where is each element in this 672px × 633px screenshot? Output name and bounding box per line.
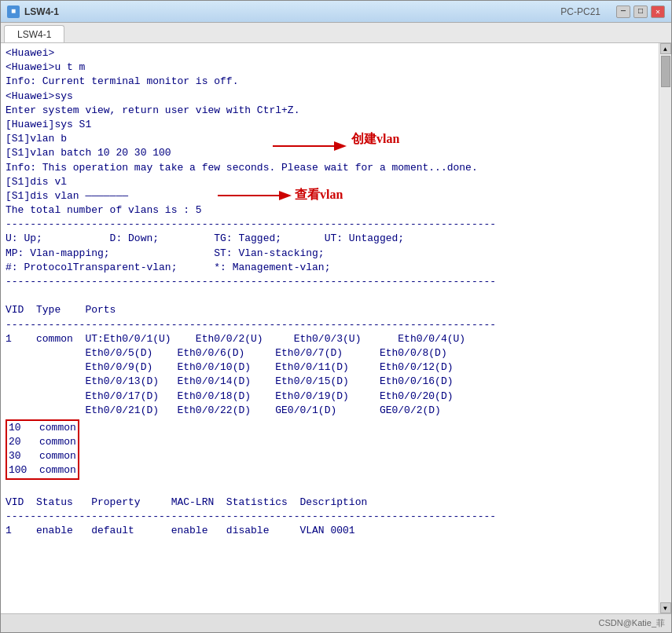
separator-line-2: ----------------------------------------… (6, 275, 654, 289)
terminal-line (6, 481, 654, 496)
vlan-100-line: 100 common (9, 463, 76, 477)
window-controls: ─ □ ✕ (616, 5, 665, 18)
separator-line-3: ----------------------------------------… (6, 318, 654, 332)
close-button[interactable]: ✕ (651, 5, 665, 18)
terminal-line: U: Up; D: Down; TG: Tagged; UT: Untagged… (6, 232, 654, 246)
terminal-line-dis-vlan: [S1]dis vlan ——————— (6, 189, 128, 203)
terminal-line-vlan-b: [S1]vlan b (6, 132, 67, 146)
terminal-line: #: ProtocolTransparent-vlan; *: Manageme… (6, 261, 654, 275)
terminal[interactable]: <Huawei> <Huawei>u t m Info: Current ter… (1, 43, 659, 613)
tab-lsw4-1[interactable]: LSW4-1 (4, 25, 64, 42)
scrollbar[interactable]: ▲ ▼ (659, 43, 671, 613)
dis-vlan-line-container: [S1]dis vlan ——————— 查看vlan (6, 189, 654, 203)
terminal-line-vlan-batch: [S1]vlan batch 10 20 30 100 (6, 146, 171, 160)
separator-line-1: ----------------------------------------… (6, 218, 654, 232)
terminal-line: Eth0/0/13(D) Eth0/0/14(D) Eth0/0/15(D) E… (6, 375, 654, 389)
terminal-line: VID Type Ports (6, 303, 654, 317)
terminal-line: Info: Current terminal monitor is off. (6, 75, 654, 89)
terminal-line: Enter system view, return user view with… (6, 104, 654, 118)
terminal-line-vid-header: VID Status Property MAC-LRN Statistics D… (6, 496, 654, 510)
pc-label: PC-PC21 (560, 6, 600, 17)
vlan-30-line: 30 common (9, 449, 76, 463)
terminal-line: Eth0/0/21(D) Eth0/0/22(D) GE0/0/1(D) GE0… (6, 404, 654, 418)
create-vlan-annotation: 创建vlan (351, 130, 399, 148)
scrollbar-thumb[interactable] (661, 56, 670, 87)
terminal-line: Eth0/0/17(D) Eth0/0/18(D) Eth0/0/19(D) E… (6, 390, 654, 404)
vlan-20-line: 20 common (9, 435, 76, 449)
maximize-button[interactable]: □ (633, 5, 648, 18)
scrollbar-up-arrow[interactable]: ▲ (660, 43, 671, 54)
terminal-line: MP: Vlan-mapping; ST: Vlan-stacking; (6, 247, 654, 261)
view-vlan-annotation: 查看vlan (295, 186, 343, 203)
minimize-button[interactable]: ─ (616, 5, 630, 18)
status-bar: CSDN@Katie_菲 (1, 613, 671, 632)
vlan-batch-line-container: [S1]vlan batch 10 20 30 100 创建vlan (6, 146, 654, 160)
tab-bar: LSW4-1 (1, 23, 671, 43)
terminal-line: The total number of vlans is : 5 (6, 203, 654, 218)
window-title: LSW4-1 (24, 6, 560, 17)
vlan-highlighted-box: 10 common 20 common 30 common 100 common (6, 419, 79, 480)
tab-label: LSW4-1 (17, 29, 51, 40)
terminal-line: Eth0/0/5(D) Eth0/0/6(D) Eth0/0/7(D) Eth0… (6, 346, 654, 360)
title-bar: ■ LSW4-1 PC-PC21 ─ □ ✕ (1, 1, 671, 23)
app-icon: ■ (7, 5, 20, 18)
scrollbar-down-arrow[interactable]: ▼ (660, 602, 671, 613)
watermark-text: CSDN@Katie_菲 (598, 617, 665, 629)
terminal-line: <Huawei>u t m (6, 60, 654, 75)
terminal-container: <Huawei> <Huawei>u t m Info: Current ter… (1, 43, 671, 613)
app-icon-text: ■ (11, 7, 16, 16)
separator-line-4: ----------------------------------------… (6, 510, 654, 524)
terminal-line: <Huawei> (6, 46, 654, 60)
terminal-line: Eth0/0/9(D) Eth0/0/10(D) Eth0/0/11(D) Et… (6, 360, 654, 375)
terminal-line-vid-1: 1 enable default enable disable VLAN 000… (6, 524, 654, 538)
terminal-line: <Huawei>sys (6, 90, 654, 104)
terminal-line: 1 common UT:Eth0/0/1(U) Eth0/0/2(U) Eth0… (6, 332, 654, 346)
vlan-10-line: 10 common (9, 421, 76, 435)
terminal-line: [Huawei]sys S1 (6, 118, 654, 132)
main-window: ■ LSW4-1 PC-PC21 ─ □ ✕ LSW4-1 <Huawei> <… (0, 0, 672, 633)
scrollbar-track[interactable] (660, 54, 671, 602)
terminal-line: Info: This operation may take a few seco… (6, 161, 654, 175)
terminal-line (6, 289, 654, 303)
